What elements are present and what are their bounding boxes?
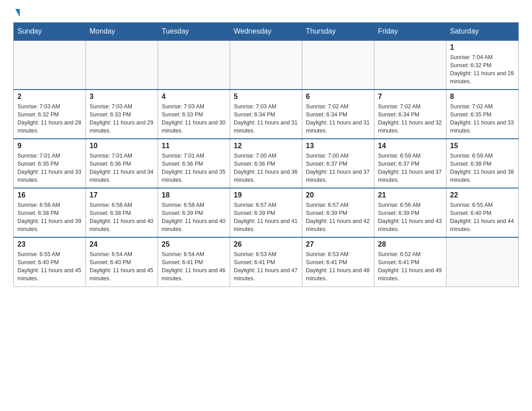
day-info: Sunrise: 7:03 AMSunset: 6:33 PMDaylight:…	[162, 103, 226, 135]
calendar-cell: 9Sunrise: 7:01 AMSunset: 6:35 PMDaylight…	[14, 139, 86, 188]
calendar-cell: 19Sunrise: 6:57 AMSunset: 6:39 PMDayligh…	[230, 188, 302, 237]
calendar-cell: 26Sunrise: 6:53 AMSunset: 6:41 PMDayligh…	[230, 237, 302, 287]
day-info: Sunrise: 6:59 AMSunset: 6:37 PMDaylight:…	[378, 152, 442, 184]
calendar-cell	[374, 40, 446, 90]
day-number: 22	[450, 191, 515, 199]
day-info: Sunrise: 6:52 AMSunset: 6:41 PMDaylight:…	[378, 250, 442, 283]
calendar-cell: 1Sunrise: 7:04 AMSunset: 6:32 PMDaylight…	[446, 40, 519, 90]
day-info: Sunrise: 7:00 AMSunset: 6:37 PMDaylight:…	[306, 152, 370, 184]
day-info: Sunrise: 7:00 AMSunset: 6:36 PMDaylight:…	[234, 152, 298, 184]
day-number: 7	[378, 93, 442, 101]
day-info: Sunrise: 6:54 AMSunset: 6:41 PMDaylight:…	[162, 250, 226, 283]
calendar-cell: 24Sunrise: 6:54 AMSunset: 6:40 PMDayligh…	[86, 237, 158, 287]
day-number: 9	[17, 142, 82, 150]
week-row-1: 1Sunrise: 7:04 AMSunset: 6:32 PMDaylight…	[14, 40, 519, 90]
calendar-cell: 21Sunrise: 6:56 AMSunset: 6:39 PMDayligh…	[374, 188, 446, 237]
day-number: 26	[234, 240, 298, 248]
calendar-cell	[446, 237, 519, 287]
day-info: Sunrise: 7:03 AMSunset: 6:32 PMDaylight:…	[17, 103, 82, 135]
day-info: Sunrise: 7:01 AMSunset: 6:36 PMDaylight:…	[162, 152, 226, 184]
day-info: Sunrise: 6:58 AMSunset: 6:38 PMDaylight:…	[90, 201, 154, 234]
calendar-cell	[230, 40, 302, 90]
day-number: 19	[234, 191, 298, 199]
col-header-sunday: Sunday	[14, 23, 86, 41]
day-number: 8	[450, 93, 515, 101]
calendar-cell: 8Sunrise: 7:02 AMSunset: 6:35 PMDaylight…	[446, 90, 519, 139]
day-number: 15	[450, 142, 515, 150]
day-number: 10	[90, 142, 154, 150]
calendar-cell: 5Sunrise: 7:03 AMSunset: 6:34 PMDaylight…	[230, 90, 302, 139]
calendar-cell: 28Sunrise: 6:52 AMSunset: 6:41 PMDayligh…	[374, 237, 446, 287]
calendar-cell: 3Sunrise: 7:03 AMSunset: 6:33 PMDaylight…	[86, 90, 158, 139]
week-row-2: 2Sunrise: 7:03 AMSunset: 6:32 PMDaylight…	[14, 90, 519, 139]
calendar-cell: 7Sunrise: 7:02 AMSunset: 6:34 PMDaylight…	[374, 90, 446, 139]
day-number: 18	[162, 191, 226, 199]
day-number: 1	[450, 43, 515, 51]
week-row-4: 16Sunrise: 6:58 AMSunset: 6:38 PMDayligh…	[14, 188, 519, 237]
calendar-header-row: SundayMondayTuesdayWednesdayThursdayFrid…	[14, 23, 519, 41]
day-number: 14	[378, 142, 442, 150]
day-number: 13	[306, 142, 370, 150]
col-header-thursday: Thursday	[302, 23, 374, 41]
calendar-cell	[158, 40, 230, 90]
col-header-wednesday: Wednesday	[230, 23, 302, 41]
day-info: Sunrise: 6:58 AMSunset: 6:39 PMDaylight:…	[162, 201, 226, 234]
calendar-cell: 23Sunrise: 6:55 AMSunset: 6:40 PMDayligh…	[14, 237, 86, 287]
calendar-cell: 17Sunrise: 6:58 AMSunset: 6:38 PMDayligh…	[86, 188, 158, 237]
calendar-cell: 4Sunrise: 7:03 AMSunset: 6:33 PMDaylight…	[158, 90, 230, 139]
day-number: 20	[306, 191, 370, 199]
calendar-cell: 20Sunrise: 6:57 AMSunset: 6:39 PMDayligh…	[302, 188, 374, 237]
calendar-cell: 18Sunrise: 6:58 AMSunset: 6:39 PMDayligh…	[158, 188, 230, 237]
calendar-cell: 10Sunrise: 7:01 AMSunset: 6:36 PMDayligh…	[86, 139, 158, 188]
col-header-saturday: Saturday	[446, 23, 519, 41]
day-number: 5	[234, 93, 298, 101]
calendar-cell: 14Sunrise: 6:59 AMSunset: 6:37 PMDayligh…	[374, 139, 446, 188]
day-info: Sunrise: 6:53 AMSunset: 6:41 PMDaylight:…	[306, 250, 370, 283]
logo-top	[13, 9, 20, 17]
calendar-cell: 2Sunrise: 7:03 AMSunset: 6:32 PMDaylight…	[14, 90, 86, 139]
logo	[13, 9, 20, 15]
day-info: Sunrise: 6:54 AMSunset: 6:40 PMDaylight:…	[90, 250, 154, 283]
day-info: Sunrise: 6:55 AMSunset: 6:40 PMDaylight:…	[450, 201, 515, 234]
day-info: Sunrise: 7:03 AMSunset: 6:33 PMDaylight:…	[90, 103, 154, 135]
day-number: 25	[162, 240, 226, 248]
day-info: Sunrise: 7:04 AMSunset: 6:32 PMDaylight:…	[450, 53, 515, 86]
day-info: Sunrise: 6:55 AMSunset: 6:40 PMDaylight:…	[17, 250, 82, 283]
calendar-cell	[14, 40, 86, 90]
day-info: Sunrise: 6:56 AMSunset: 6:39 PMDaylight:…	[378, 201, 442, 234]
logo-triangle-icon	[15, 9, 20, 17]
calendar-cell: 25Sunrise: 6:54 AMSunset: 6:41 PMDayligh…	[158, 237, 230, 287]
calendar-cell: 22Sunrise: 6:55 AMSunset: 6:40 PMDayligh…	[446, 188, 519, 237]
day-info: Sunrise: 6:57 AMSunset: 6:39 PMDaylight:…	[234, 201, 298, 234]
col-header-friday: Friday	[374, 23, 446, 41]
day-number: 16	[17, 191, 82, 199]
day-info: Sunrise: 6:59 AMSunset: 6:38 PMDaylight:…	[450, 152, 515, 184]
day-info: Sunrise: 7:02 AMSunset: 6:35 PMDaylight:…	[450, 103, 515, 135]
calendar-table: SundayMondayTuesdayWednesdayThursdayFrid…	[13, 22, 519, 287]
week-row-3: 9Sunrise: 7:01 AMSunset: 6:35 PMDaylight…	[14, 139, 519, 188]
day-info: Sunrise: 7:01 AMSunset: 6:36 PMDaylight:…	[90, 152, 154, 184]
day-number: 2	[17, 93, 82, 101]
day-info: Sunrise: 7:03 AMSunset: 6:34 PMDaylight:…	[234, 103, 298, 135]
day-info: Sunrise: 7:02 AMSunset: 6:34 PMDaylight:…	[306, 103, 370, 135]
day-number: 3	[90, 93, 154, 101]
day-number: 27	[306, 240, 370, 248]
page-header	[13, 9, 519, 15]
col-header-tuesday: Tuesday	[158, 23, 230, 41]
day-info: Sunrise: 6:53 AMSunset: 6:41 PMDaylight:…	[234, 250, 298, 283]
week-row-5: 23Sunrise: 6:55 AMSunset: 6:40 PMDayligh…	[14, 237, 519, 287]
day-info: Sunrise: 7:01 AMSunset: 6:35 PMDaylight:…	[17, 152, 82, 184]
day-info: Sunrise: 7:02 AMSunset: 6:34 PMDaylight:…	[378, 103, 442, 135]
calendar-cell: 16Sunrise: 6:58 AMSunset: 6:38 PMDayligh…	[14, 188, 86, 237]
day-number: 4	[162, 93, 226, 101]
calendar-cell: 13Sunrise: 7:00 AMSunset: 6:37 PMDayligh…	[302, 139, 374, 188]
calendar-cell: 6Sunrise: 7:02 AMSunset: 6:34 PMDaylight…	[302, 90, 374, 139]
day-number: 21	[378, 191, 442, 199]
day-info: Sunrise: 6:57 AMSunset: 6:39 PMDaylight:…	[306, 201, 370, 234]
calendar-cell: 27Sunrise: 6:53 AMSunset: 6:41 PMDayligh…	[302, 237, 374, 287]
calendar-cell	[86, 40, 158, 90]
day-info: Sunrise: 6:58 AMSunset: 6:38 PMDaylight:…	[17, 201, 82, 234]
calendar-cell: 15Sunrise: 6:59 AMSunset: 6:38 PMDayligh…	[446, 139, 519, 188]
col-header-monday: Monday	[86, 23, 158, 41]
day-number: 17	[90, 191, 154, 199]
